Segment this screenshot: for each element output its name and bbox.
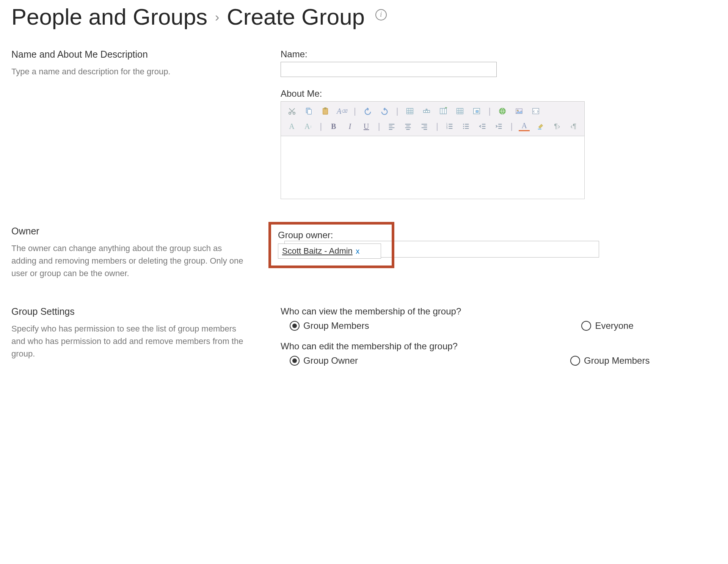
name-input[interactable]: [281, 62, 497, 77]
svg-point-19: [463, 124, 464, 125]
radio-label: Group Owner: [303, 355, 358, 366]
undo-icon[interactable]: [362, 105, 373, 117]
about-me-label: About Me:: [281, 88, 717, 99]
bullet-list-icon[interactable]: [461, 121, 472, 132]
edit-cell-icon[interactable]: [471, 105, 482, 117]
group-owner-picker[interactable]: Scott Baitz - Admin x: [278, 244, 381, 259]
background-color-icon[interactable]: [535, 121, 546, 132]
toolbar-separator: |: [353, 106, 357, 116]
insert-table-icon[interactable]: [404, 105, 416, 117]
edit-membership-question: Who can edit the membership of the group…: [281, 341, 717, 352]
radio-icon: [581, 321, 591, 331]
highlight-color-icon[interactable]: A: [519, 122, 530, 131]
font-color-icon[interactable]: A: [286, 121, 297, 132]
radio-icon: [290, 356, 300, 366]
view-membership-question: Who can view the membership of the group…: [281, 306, 717, 317]
radio-edit-group-members[interactable]: Group Members: [570, 355, 650, 366]
group-owner-label: Group owner:: [278, 230, 381, 240]
bold-icon[interactable]: B: [328, 121, 339, 132]
svg-rect-5: [324, 108, 326, 109]
numbered-list-icon[interactable]: 123: [444, 121, 455, 132]
owner-highlight-box: Group owner: Scott Baitz - Admin x: [276, 223, 394, 268]
underline-icon[interactable]: U: [361, 121, 372, 132]
paste-icon[interactable]: [320, 105, 331, 117]
section-heading-settings: Group Settings: [11, 306, 246, 317]
remove-owner-icon[interactable]: x: [356, 247, 359, 255]
section-desc-name: Type a name and description for the grou…: [11, 65, 246, 78]
radio-view-everyone[interactable]: Everyone: [581, 320, 633, 331]
svg-rect-11: [476, 110, 479, 113]
copy-icon[interactable]: [303, 105, 314, 117]
toolbar-separator: |: [435, 121, 439, 131]
breadcrumb-separator-icon: ›: [215, 9, 219, 24]
ltr-icon[interactable]: ¶›: [552, 121, 563, 132]
cut-icon[interactable]: [286, 105, 298, 117]
radio-icon: [570, 356, 580, 366]
insert-row-icon[interactable]: [421, 105, 432, 117]
toolbar-separator: |: [510, 121, 513, 131]
insert-column-icon[interactable]: [438, 105, 449, 117]
font-size-icon[interactable]: A↕: [303, 121, 314, 132]
page-title: Create Group: [227, 4, 365, 30]
svg-rect-3: [308, 109, 311, 114]
indent-icon[interactable]: [493, 121, 504, 132]
breadcrumb-parent[interactable]: People and Groups: [11, 4, 207, 30]
radio-label: Everyone: [595, 320, 633, 331]
rte-toolbar: A⌫ | | |: [281, 102, 584, 136]
svg-rect-6: [407, 108, 413, 114]
table-grid-icon[interactable]: [454, 105, 466, 117]
align-right-icon[interactable]: [419, 121, 430, 132]
toolbar-separator: |: [377, 121, 381, 131]
about-me-textarea[interactable]: [281, 136, 584, 199]
svg-rect-7: [424, 110, 430, 113]
toolbar-separator: |: [488, 106, 491, 116]
align-center-icon[interactable]: [403, 121, 414, 132]
about-me-editor: A⌫ | | |: [281, 101, 585, 199]
radio-view-group-members[interactable]: Group Members: [290, 320, 369, 331]
align-left-icon[interactable]: [386, 121, 397, 132]
toolbar-separator: |: [319, 121, 323, 131]
section-desc-owner: The owner can change anything about the …: [11, 242, 246, 280]
radio-icon: [290, 321, 300, 331]
clear-format-icon[interactable]: A⌫: [336, 105, 348, 117]
hyperlink-icon[interactable]: [497, 105, 508, 117]
radio-edit-group-owner[interactable]: Group Owner: [290, 355, 358, 366]
svg-rect-9: [457, 108, 463, 114]
svg-point-20: [463, 126, 464, 127]
info-icon[interactable]: i: [375, 9, 387, 20]
redo-icon[interactable]: [379, 105, 390, 117]
toolbar-separator: |: [395, 106, 399, 116]
owner-person-chip[interactable]: Scott Baitz - Admin: [282, 246, 353, 256]
html-source-icon[interactable]: [530, 105, 541, 117]
rtl-icon[interactable]: ‹¶: [568, 121, 579, 132]
radio-label: Group Members: [303, 320, 369, 331]
svg-rect-8: [440, 108, 447, 114]
italic-icon[interactable]: I: [344, 121, 355, 132]
svg-point-14: [517, 110, 519, 111]
outdent-icon[interactable]: [477, 121, 488, 132]
section-owner: Owner The owner can change anything abou…: [11, 226, 717, 280]
svg-text:3: 3: [446, 127, 448, 129]
page-title-row: People and Groups › Create Group i: [11, 4, 717, 30]
image-icon[interactable]: [513, 105, 525, 117]
name-label: Name:: [281, 49, 717, 60]
svg-point-21: [463, 128, 464, 129]
section-heading-name: Name and About Me Description: [11, 49, 246, 60]
section-desc-settings: Specify who has permission to see the li…: [11, 322, 246, 360]
section-name-description: Name and About Me Description Type a nam…: [11, 49, 717, 199]
section-heading-owner: Owner: [11, 226, 246, 237]
radio-label: Group Members: [584, 355, 650, 366]
section-group-settings: Group Settings Specify who has permissio…: [11, 306, 717, 366]
